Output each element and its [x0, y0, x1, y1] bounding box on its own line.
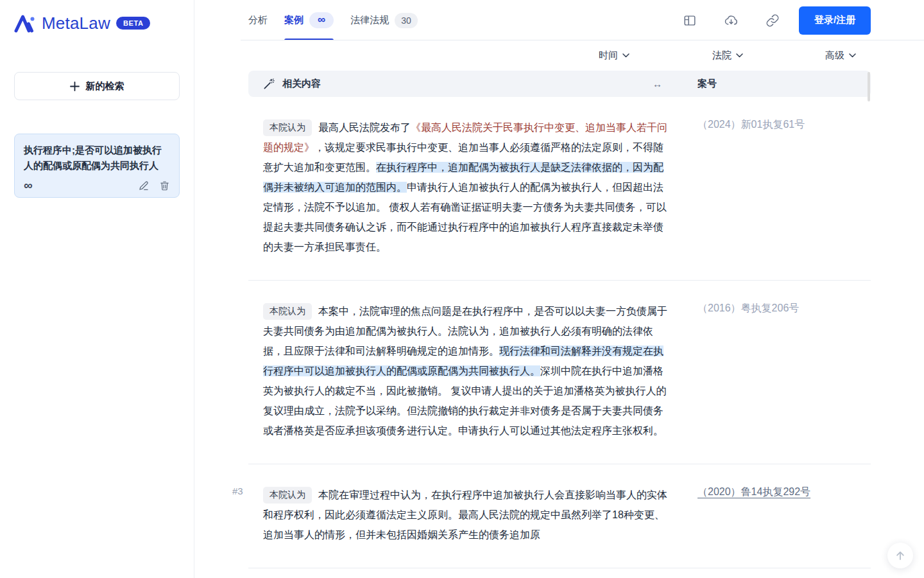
filter-label: 高级	[825, 49, 844, 62]
table-view-icon[interactable]	[683, 13, 697, 28]
infinity-icon: ∞	[24, 179, 33, 192]
text-segment: 最高人民法院发布了	[318, 122, 411, 133]
column-header-case-no: 案号	[697, 71, 717, 97]
chevron-down-icon	[736, 53, 743, 58]
brand-logo[interactable]: MetaLaw BETA	[14, 12, 180, 34]
search-history-card[interactable]: 执行程序中;是否可以追加被执行人的配偶或原配偶为共同执行人 ∞	[14, 134, 180, 198]
edit-icon[interactable]	[138, 180, 150, 191]
case-number[interactable]: （2020）鲁14执复292号	[697, 486, 810, 499]
text-segment: 本院在审理过程中认为，在执行程序中追加被执行人会直接影响当事人的实体和程序权利，…	[263, 489, 667, 540]
plus-icon	[70, 82, 80, 91]
filter-row: 时间 法院 高级	[194, 40, 924, 71]
tab-regulations[interactable]: 法律法规 30	[350, 0, 418, 40]
court-opinion-badge: 本院认为	[263, 487, 312, 504]
brand-name: MetaLaw	[42, 13, 110, 33]
sidebar: MetaLaw BETA 新的检索 执行程序中;是否可以追加被执行人的配偶或原配…	[0, 0, 194, 578]
results-table: 相关内容 ↔ 案号 本院认为最高人民法院发布了《最高人民法院关于民事执行中变更、…	[248, 71, 871, 568]
tab-cases[interactable]: 案例 ∞	[284, 0, 334, 40]
scroll-to-top-button[interactable]	[887, 543, 913, 568]
row-marker: #3	[232, 486, 243, 496]
history-card-footer: ∞	[24, 179, 170, 192]
results-body: 本院认为最高人民法院发布了《最高人民法院关于民事执行中变更、追加当事人若干问题的…	[248, 97, 871, 568]
filter-label: 时间	[599, 49, 618, 62]
tab-cases-count-badge: ∞	[309, 12, 334, 28]
delete-icon[interactable]	[159, 180, 170, 191]
filter-advanced[interactable]: 高级	[825, 40, 856, 71]
court-opinion-badge: 本院认为	[263, 119, 312, 136]
case-number[interactable]: （2024）新01执复61号	[697, 118, 805, 132]
row-content: 本院认为本案中，法院审理的焦点问题是在执行程序中，是否可以以夫妻一方负债属于夫妻…	[248, 301, 667, 441]
filter-label: 法院	[712, 49, 732, 62]
table-row: #3 本院认为本院在审理过程中认为，在执行程序中追加被执行人会直接影响当事人的实…	[248, 464, 871, 568]
court-opinion-badge: 本院认为	[263, 303, 312, 320]
tab-regulations-count-badge: 30	[395, 13, 418, 28]
table-row: 本院认为最高人民法院发布了《最高人民法院关于民事执行中变更、追加当事人若干问题的…	[248, 97, 871, 281]
new-search-label: 新的检索	[86, 80, 124, 92]
row-content: 本院认为本院在审理过程中认为，在执行程序中追加被执行人会直接影响当事人的实体和程…	[248, 485, 667, 545]
tab-label: 分析	[248, 14, 268, 26]
filter-court[interactable]: 法院	[712, 40, 743, 71]
metalaw-logo-icon	[14, 13, 36, 33]
column-header-content: 相关内容	[282, 78, 321, 90]
download-icon[interactable]	[724, 13, 739, 28]
chevron-down-icon	[849, 53, 856, 58]
magic-wand-icon	[263, 78, 275, 90]
scrollbar-thumb[interactable]	[868, 72, 870, 101]
tab-label: 法律法规	[350, 14, 389, 26]
row-content: 本院认为最高人民法院发布了《最高人民法院关于民事执行中变更、追加当事人若干问题的…	[248, 118, 667, 257]
row-text: 本案中，法院审理的焦点问题是在执行程序中，是否可以以夫妻一方负债属于夫妻共同债务…	[263, 306, 667, 436]
column-resize-handle[interactable]: ↔	[653, 71, 662, 97]
case-number[interactable]: （2016）粤执复206号	[697, 302, 799, 315]
tab-label: 案例	[284, 14, 304, 26]
main-content: 分析 案例 ∞ 法律法规 30	[194, 0, 924, 578]
topbar: 分析 案例 ∞ 法律法规 30	[194, 0, 924, 40]
beta-badge: BETA	[116, 17, 151, 30]
share-link-icon[interactable]	[766, 13, 780, 28]
table-header: 相关内容 ↔ 案号	[248, 71, 871, 97]
search-query-text: 执行程序中;是否可以追加被执行人的配偶或原配偶为共同执行人	[24, 143, 170, 173]
chevron-down-icon	[622, 53, 629, 58]
arrow-up-icon	[894, 550, 906, 561]
new-search-button[interactable]: 新的检索	[14, 72, 180, 100]
tab-analysis[interactable]: 分析	[248, 0, 268, 40]
tab-bar: 分析 案例 ∞ 法律法规 30	[248, 0, 418, 40]
row-text: 本院在审理过程中认为，在执行程序中追加被执行人会直接影响当事人的实体和程序权利，…	[263, 489, 667, 540]
row-text: 最高人民法院发布了《最高人民法院关于民事执行中变更、追加当事人若干问题的规定》，…	[263, 122, 667, 252]
table-row: 本院认为本案中，法院审理的焦点问题是在执行程序中，是否可以以夫妻一方负债属于夫妻…	[248, 281, 871, 464]
topbar-actions: 登录/注册	[683, 0, 871, 40]
filter-time[interactable]: 时间	[599, 40, 629, 71]
login-register-button[interactable]: 登录/注册	[799, 6, 871, 35]
